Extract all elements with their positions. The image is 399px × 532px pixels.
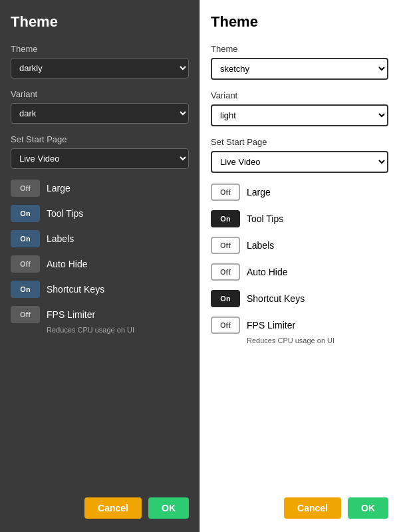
left-toggle-labels-label: Labels [47,233,74,244]
right-toggle-fpslimiter: Off FPS Limiter [211,317,388,334]
left-toggle-shortcutkeys-label: Shortcut Keys [47,284,104,295]
right-toggle-labels-btn[interactable]: Off [211,237,240,254]
right-toggle-shortcutkeys-btn[interactable]: On [211,290,240,307]
right-toggle-large-label: Large [247,187,271,198]
right-bottom-buttons: Cancel OK [211,497,388,519]
left-title: Theme [11,13,189,31]
left-toggle-fpslimiter-btn[interactable]: Off [11,306,40,323]
right-toggle-fpslimiter-btn[interactable]: Off [211,317,240,334]
left-toggle-large: Off Large [11,180,189,197]
right-variant-select[interactable]: light dark [211,104,388,126]
left-toggle-large-label: Large [47,183,70,194]
right-ok-button[interactable]: OK [348,497,388,519]
right-toggle-tooltips-label: Tool Tips [247,213,283,224]
right-cancel-button[interactable]: Cancel [284,497,341,519]
right-title: Theme [211,13,388,31]
left-toggle-labels: On Labels [11,230,189,247]
right-theme-select[interactable]: sketchy darkly bootstrap flatly [211,58,388,80]
right-variant-label: Variant [211,90,388,100]
right-toggle-large-btn[interactable]: Off [211,184,240,201]
right-toggle-large: Off Large [211,184,388,201]
left-toggle-large-btn[interactable]: Off [11,180,40,197]
left-toggle-tooltips-btn[interactable]: On [11,205,40,222]
left-ok-button[interactable]: OK [148,497,189,519]
left-cancel-button[interactable]: Cancel [84,497,142,519]
left-fps-note: Reduces CPU usage on UI [47,326,189,334]
left-toggle-tooltips-label: Tool Tips [47,208,83,219]
left-toggle-tooltips: On Tool Tips [11,205,189,222]
left-variant-select[interactable]: dark light [11,103,189,124]
right-theme-label: Theme [211,44,388,54]
left-theme-select[interactable]: darkly bootstrap flatly cosmo [11,58,189,78]
right-toggle-autohide: Off Auto Hide [211,263,388,281]
left-startpage-label: Set Start Page [11,134,189,144]
right-toggle-shortcutkeys: On Shortcut Keys [211,290,388,307]
right-startpage-label: Set Start Page [211,137,388,147]
left-toggle-fpslimiter-label: FPS Limiter [47,309,95,320]
left-toggle-shortcutkeys: On Shortcut Keys [11,281,189,298]
right-toggle-tooltips-btn[interactable]: On [211,210,240,227]
right-panel: Theme Theme sketchy darkly bootstrap fla… [200,0,399,532]
right-toggle-labels: Off Labels [211,237,388,254]
right-toggle-autohide-btn[interactable]: Off [211,263,240,281]
left-toggle-autohide: Off Auto Hide [11,255,189,273]
right-toggle-tooltips: On Tool Tips [211,210,388,227]
left-toggle-autohide-btn[interactable]: Off [11,255,40,273]
left-bottom-buttons: Cancel OK [11,497,189,519]
left-toggle-labels-btn[interactable]: On [11,230,40,247]
right-startpage-select[interactable]: Live Video Dashboard Events [211,151,388,173]
left-variant-label: Variant [11,89,189,99]
right-toggle-autohide-label: Auto Hide [247,267,287,277]
left-toggle-fpslimiter: Off FPS Limiter [11,306,189,323]
right-fps-note: Reduces CPU usage on UI [247,336,388,344]
right-toggle-fpslimiter-label: FPS Limiter [247,320,295,331]
left-toggle-shortcutkeys-btn[interactable]: On [11,281,40,298]
left-panel: Theme Theme darkly bootstrap flatly cosm… [0,0,200,532]
left-startpage-select[interactable]: Live Video Dashboard Events [11,148,189,169]
right-toggle-shortcutkeys-label: Shortcut Keys [247,293,305,304]
left-theme-label: Theme [11,44,189,54]
right-toggle-labels-label: Labels [247,240,274,251]
left-toggle-autohide-label: Auto Hide [47,259,87,269]
